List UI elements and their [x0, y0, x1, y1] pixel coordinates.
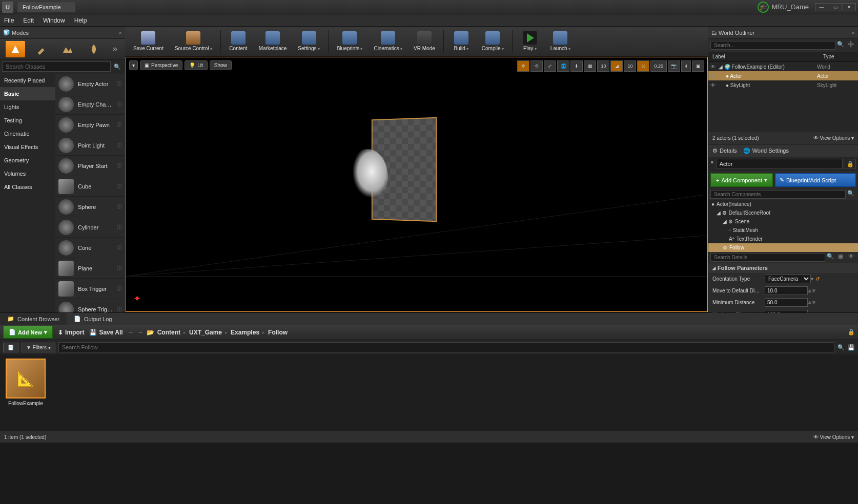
nav-forward-icon[interactable]: →	[137, 329, 144, 336]
scale-snap-icon[interactable]: %	[637, 60, 649, 72]
add-component-button[interactable]: + Add Component ▾	[710, 173, 773, 187]
maximize-viewport-icon[interactable]: ▣	[692, 60, 704, 72]
placeable-actor-row[interactable]: Cubeⓘ	[55, 176, 125, 197]
level-tab[interactable]: FollowExample	[17, 2, 75, 12]
search-icon[interactable]: 🔍	[112, 61, 123, 72]
folder-icon[interactable]: 📂	[147, 329, 154, 336]
category-item[interactable]: Geometry	[0, 154, 55, 167]
breadcrumb[interactable]: Examples	[231, 329, 259, 336]
search-classes-input[interactable]	[2, 61, 111, 72]
cinematics-button[interactable]: Cinematics	[369, 30, 407, 52]
reset-icon[interactable]: ↺	[815, 276, 820, 282]
info-icon[interactable]: ⓘ	[117, 203, 122, 211]
component-row[interactable]: ▫ StaticMesh	[708, 226, 858, 235]
spinner-icon[interactable]: ⯅⯆	[808, 301, 816, 305]
launch-button[interactable]: Launch	[545, 30, 576, 52]
menu-file[interactable]: File	[4, 17, 14, 24]
placeable-actor-row[interactable]: Sphere Triggerⓘ	[55, 299, 125, 312]
search-assets-input[interactable]	[58, 342, 834, 352]
param-select[interactable]: FaceCamera	[765, 275, 811, 283]
actor-name-input[interactable]	[716, 159, 843, 169]
info-icon[interactable]: ⓘ	[117, 224, 122, 231]
grid-snap-value[interactable]: 10	[597, 60, 609, 72]
search-details-input[interactable]	[710, 253, 825, 262]
play-button[interactable]: Play	[516, 30, 544, 52]
info-icon[interactable]: ⓘ	[117, 183, 122, 190]
source-control-button[interactable]: Source Control	[170, 30, 217, 52]
add-new-button[interactable]: 📄 Add New ▾	[3, 326, 53, 339]
section-follow-parameters[interactable]: Follow Parameters	[708, 263, 858, 273]
coord-space-icon[interactable]: 🌐	[557, 60, 569, 72]
info-icon[interactable]: ⓘ	[117, 142, 122, 149]
info-icon[interactable]: ⓘ	[117, 306, 122, 313]
info-icon[interactable]: ⓘ	[117, 101, 122, 108]
compile-button[interactable]: Compile	[477, 30, 509, 52]
transform-move-icon[interactable]: ✥	[517, 60, 529, 72]
marketplace-button[interactable]: Marketplace	[254, 30, 292, 52]
placeable-actor-row[interactable]: Empty Actorⓘ	[55, 74, 125, 94]
viewport[interactable]: ▾ ▣ Perspective 💡 Lit Show ✥ ⟲ ⤢ 🌐 ⬇ ▦ 1…	[126, 57, 708, 312]
category-item[interactable]: Basic	[0, 87, 55, 100]
maximize-button[interactable]: ▭	[829, 3, 842, 11]
placeable-actor-row[interactable]: Empty Characterⓘ	[55, 94, 125, 115]
close-button[interactable]: ✕	[843, 3, 856, 11]
save-current-button[interactable]: Save Current	[128, 30, 169, 52]
info-icon[interactable]: ⓘ	[117, 244, 122, 251]
menu-edit[interactable]: Edit	[23, 17, 34, 24]
angle-snap-icon[interactable]: ◢	[610, 60, 623, 72]
surface-snap-icon[interactable]: ⬇	[570, 60, 583, 72]
info-icon[interactable]: ⓘ	[117, 285, 122, 292]
ue-logo-icon[interactable]: U	[2, 2, 13, 13]
close-icon[interactable]: ×	[852, 30, 855, 36]
component-row[interactable]: ◢ ⚙ Scene	[708, 217, 858, 226]
outliner-search-input[interactable]	[710, 41, 835, 50]
landscape-mode-icon[interactable]	[58, 41, 77, 57]
show-button[interactable]: Show	[210, 60, 232, 70]
matrix-view-icon[interactable]: ▦	[835, 253, 846, 262]
category-item[interactable]: Lights	[0, 100, 55, 114]
component-row[interactable]: Aᵃ TextRender	[708, 235, 858, 243]
menu-help[interactable]: Help	[74, 17, 87, 24]
minimize-button[interactable]: —	[815, 3, 828, 11]
foliage-mode-icon[interactable]	[84, 41, 104, 57]
component-row-follow[interactable]: ⚙ Follow	[708, 243, 858, 252]
info-icon[interactable]: ⓘ	[117, 162, 122, 170]
camera-speed-value[interactable]: 4	[681, 60, 691, 72]
menu-window[interactable]: Window	[43, 17, 65, 24]
placeable-actor-row[interactable]: Planeⓘ	[55, 258, 125, 279]
grid-snap-icon[interactable]: ▦	[584, 60, 596, 72]
lock-icon[interactable]: 🔒	[848, 329, 855, 335]
paint-mode-icon[interactable]	[32, 41, 51, 57]
actor-instance-row[interactable]: ● Actor(Instance)	[708, 200, 858, 208]
placeable-actor-row[interactable]: Coneⓘ	[55, 238, 125, 258]
search-icon[interactable]: 🔍	[835, 41, 846, 50]
add-folder-icon[interactable]: ➕	[846, 41, 856, 50]
component-row[interactable]: ◢ ⚙ DefaultSceneRoot	[708, 208, 858, 217]
visibility-eye-icon[interactable]: 👁	[710, 73, 719, 79]
close-icon[interactable]: ×	[119, 30, 122, 36]
lit-button[interactable]: 💡 Lit	[185, 60, 208, 70]
placeable-actor-row[interactable]: Point Lightⓘ	[55, 135, 125, 156]
tab-output-log[interactable]: 📄 Output Log	[67, 313, 119, 325]
save-search-icon[interactable]: 💾	[848, 344, 855, 351]
transform-rotate-icon[interactable]: ⟲	[530, 60, 543, 72]
viewport-menu-icon[interactable]: ▾	[129, 60, 138, 70]
param-number-input[interactable]	[765, 286, 808, 295]
category-item[interactable]: Testing	[0, 114, 55, 127]
eye-icon[interactable]: 👁	[846, 253, 856, 262]
breadcrumb[interactable]: Content	[157, 329, 180, 336]
placeable-actor-row[interactable]: Cylinderⓘ	[55, 217, 125, 238]
info-icon[interactable]: ⓘ	[117, 265, 122, 272]
build-button[interactable]: Build	[447, 30, 476, 52]
tab-content-browser[interactable]: 📁 Content Browser	[0, 313, 67, 325]
category-item[interactable]: All Classes	[0, 180, 55, 194]
param-number-input[interactable]	[765, 310, 808, 312]
transform-scale-icon[interactable]: ⤢	[544, 60, 556, 72]
outliner-row[interactable]: 👁● SkyLightSkyLight	[708, 80, 858, 90]
category-item[interactable]: Visual Effects	[0, 140, 55, 154]
placeable-actor-row[interactable]: Player Startⓘ	[55, 156, 125, 176]
settings-button[interactable]: Settings	[293, 30, 324, 52]
outliner-row[interactable]: 👁● ActorActor	[708, 71, 858, 80]
outliner-row[interactable]: 👁◢ 🌍 FollowExample (Editor)World	[708, 62, 858, 71]
category-item[interactable]: Recently Placed	[0, 74, 55, 87]
